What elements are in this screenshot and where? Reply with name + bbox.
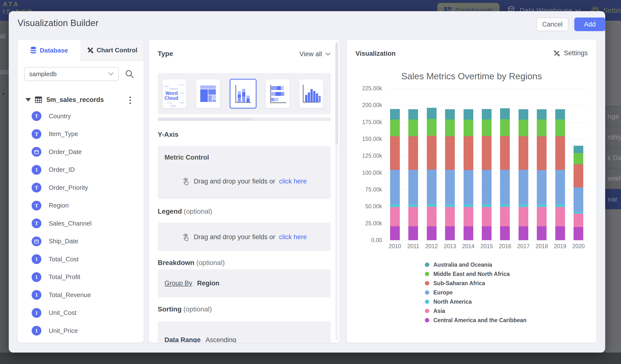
bar-segment[interactable]	[390, 226, 400, 240]
bar-segment[interactable]	[500, 108, 510, 119]
bar-segment[interactable]	[518, 204, 528, 207]
tab-database[interactable]: Database	[17, 40, 81, 61]
bar-segment[interactable]	[518, 109, 528, 120]
bar-segment[interactable]	[573, 227, 583, 240]
dropzone-click-here-link[interactable]: click here	[279, 233, 307, 241]
bar-segment[interactable]	[573, 146, 583, 153]
bar-segment[interactable]	[573, 187, 583, 212]
bar-segment[interactable]	[390, 136, 400, 170]
group-by-label[interactable]: Group By	[165, 279, 192, 287]
chart-type-horizontal-bar[interactable]	[266, 79, 290, 108]
settings-button[interactable]: Settings	[553, 49, 588, 57]
bar-segment[interactable]	[518, 120, 528, 137]
bar-segment[interactable]	[445, 120, 455, 136]
breakdown-box[interactable]: Group By Region	[158, 269, 331, 297]
bar-segment[interactable]	[408, 136, 418, 170]
bar-segment[interactable]	[464, 226, 473, 240]
field-item-unit_cost[interactable]: 1Unit_Cost	[17, 306, 144, 320]
tab-chart-control[interactable]: Chart Control	[81, 40, 144, 61]
stacked-bar-2017[interactable]	[518, 109, 528, 240]
legend-dropzone[interactable]: Drag and drop your fields or click here	[158, 223, 331, 251]
bar-segment[interactable]	[482, 109, 492, 119]
bar-segment[interactable]	[482, 226, 492, 240]
search-icon[interactable]	[125, 69, 134, 79]
database-select[interactable]: sampledb	[24, 67, 119, 81]
field-item-total_cost[interactable]: 1Total_Cost	[17, 252, 144, 266]
bar-segment[interactable]	[555, 170, 565, 204]
bar-segment[interactable]	[500, 204, 510, 207]
field-item-country[interactable]: TCountry	[17, 109, 144, 123]
bar-segment[interactable]	[500, 136, 510, 170]
chart-type-treemap[interactable]	[196, 79, 220, 108]
bar-segment[interactable]	[500, 207, 510, 226]
bar-segment[interactable]	[573, 164, 583, 187]
legend-item[interactable]: Sub-Saharan Africa	[425, 279, 485, 287]
legend-item[interactable]: Australia and Oceania	[425, 261, 492, 268]
bar-segment[interactable]	[573, 212, 583, 214]
field-item-order_date[interactable]: Order_Date	[17, 145, 144, 159]
field-item-ship_date[interactable]: Ship_Date	[17, 235, 144, 248]
legend-item[interactable]: Asia	[425, 307, 445, 315]
bar-segment[interactable]	[408, 120, 418, 136]
bar-segment[interactable]	[482, 136, 492, 170]
bar-segment[interactable]	[464, 170, 473, 204]
bar-segment[interactable]	[427, 204, 437, 207]
add-button[interactable]: Add	[574, 17, 605, 31]
bar-segment[interactable]	[390, 204, 400, 207]
stacked-bar-2020[interactable]	[573, 146, 583, 240]
stacked-bar-2014[interactable]	[464, 109, 473, 240]
sorting-box[interactable]: Data Range Ascending	[158, 321, 331, 343]
legend-item[interactable]: North America	[425, 298, 472, 305]
bar-segment[interactable]	[427, 136, 437, 170]
bar-segment[interactable]	[390, 170, 400, 204]
carousel-scrollbar[interactable]	[158, 118, 331, 121]
bar-segment[interactable]	[427, 226, 437, 240]
bar-segment[interactable]	[427, 207, 437, 226]
bar-segment[interactable]	[390, 207, 400, 226]
field-item-item_type[interactable]: TItem_Type	[17, 127, 144, 141]
table-tree-item[interactable]: 5m_sales_records	[17, 94, 144, 106]
bar-segment[interactable]	[482, 120, 492, 136]
bar-segment[interactable]	[427, 170, 437, 204]
bar-segment[interactable]	[518, 170, 528, 204]
stacked-bar-2012[interactable]	[427, 108, 437, 240]
bar-segment[interactable]	[464, 120, 473, 137]
field-item-total_profit[interactable]: 1Total_Profit	[17, 270, 144, 284]
stacked-bar-2015[interactable]	[482, 109, 492, 240]
bar-segment[interactable]	[427, 119, 437, 136]
chart-type-stacked-column-selected[interactable]	[230, 79, 257, 108]
bar-segment[interactable]	[573, 153, 583, 164]
bar-segment[interactable]	[408, 109, 418, 120]
bar-segment[interactable]	[408, 170, 418, 204]
chart-type-word-cloud[interactable]: news analytics keyword Word Cloud data […	[163, 79, 186, 108]
table-menu-kebab-icon[interactable]	[127, 95, 133, 106]
bar-segment[interactable]	[555, 109, 565, 120]
bar-segment[interactable]	[482, 207, 492, 226]
panel-scrollbar[interactable]	[335, 42, 338, 340]
bar-segment[interactable]	[464, 136, 473, 170]
stacked-bar-2013[interactable]	[445, 109, 455, 240]
bar-segment[interactable]	[537, 204, 547, 207]
bar-segment[interactable]	[427, 108, 437, 119]
bar-segment[interactable]	[537, 120, 547, 136]
bar-segment[interactable]	[518, 207, 528, 226]
bar-segment[interactable]	[573, 214, 583, 227]
field-item-order_priority[interactable]: TOrder_Priority	[17, 181, 144, 194]
chart-type-column[interactable]	[299, 79, 323, 108]
bar-segment[interactable]	[555, 204, 565, 207]
stacked-bar-2019[interactable]	[555, 109, 565, 240]
bar-segment[interactable]	[537, 109, 547, 120]
bar-segment[interactable]	[445, 204, 455, 207]
bar-segment[interactable]	[500, 226, 510, 240]
bar-segment[interactable]	[445, 136, 455, 170]
bar-segment[interactable]	[464, 207, 473, 226]
bar-segment[interactable]	[482, 204, 492, 207]
expander-triangle-icon[interactable]	[26, 98, 31, 102]
field-item-order_id[interactable]: 1Order_ID	[17, 163, 144, 177]
bar-segment[interactable]	[408, 226, 418, 240]
metric-control-dropzone[interactable]: Metric Control Drag and drop your fields…	[158, 146, 331, 199]
dropzone-click-here-link[interactable]: click here	[279, 178, 307, 185]
bar-segment[interactable]	[555, 136, 565, 170]
legend-item[interactable]: Middle East and North Africa	[425, 270, 510, 278]
stacked-bar-2011[interactable]	[408, 109, 418, 240]
